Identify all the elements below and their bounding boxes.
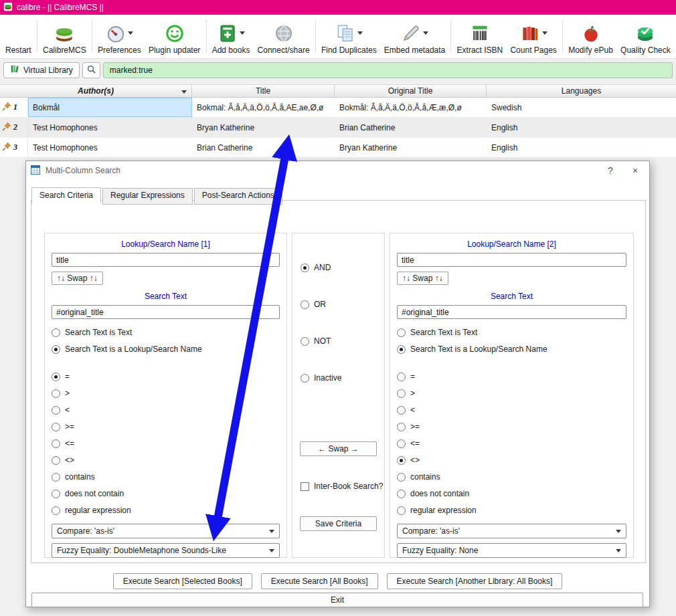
toolbar-button-modify-epub[interactable]: Modify ePub [566, 22, 616, 55]
toolbar-button-add-books[interactable]: Add books [209, 22, 253, 55]
radio-icon [397, 328, 406, 337]
table-row[interactable]: 3 Test Homophones Brian Catherine Bryan … [0, 138, 676, 158]
radio-op-contains-1[interactable]: contains [52, 472, 286, 482]
execute-search-all-button[interactable]: Execute Search [All Books] [261, 573, 378, 589]
radio-search-text-is-text-1[interactable]: Search Text is Text [52, 328, 286, 337]
chevron-down-icon[interactable] [240, 31, 245, 35]
radio-icon [52, 389, 60, 398]
dialog-title: Multi-Column Search [46, 166, 596, 175]
cell-languages[interactable]: English [487, 118, 676, 137]
toolbar-button-calibremcs[interactable]: CalibreMCS [40, 22, 89, 55]
tab-post-search-actions[interactable]: Post-Search Actions [194, 188, 282, 205]
swap-fields-button-2[interactable]: ↑↓ Swap ↑↓ [397, 272, 448, 285]
exit-button[interactable]: Exit [31, 593, 643, 607]
lookup-name-input-2[interactable] [397, 253, 626, 267]
inter-book-search-checkbox[interactable]: Inter-Book Search? [301, 482, 384, 491]
radio-logic-and[interactable]: AND [301, 263, 384, 272]
toolbar-button-preferences[interactable]: Preferences [95, 22, 144, 55]
cell-authors[interactable]: Test Homophones [28, 138, 192, 157]
radio-op-not-contain-1[interactable]: does not contain [52, 489, 286, 498]
chevron-down-icon[interactable] [423, 31, 428, 35]
save-criteria-button[interactable]: Save Criteria [300, 516, 377, 531]
cell-title[interactable]: Brian Catherine [192, 138, 335, 157]
lookup-name-input-1[interactable] [52, 253, 280, 267]
radio-op-gte-1[interactable]: >= [52, 422, 286, 431]
close-button[interactable]: × [625, 163, 645, 179]
cell-original-title[interactable]: Bokmål: Â,å,Ä,ä,Ö,ö,Å,å,Æ,æ,Ø,ø [335, 98, 487, 117]
radio-op-equals-1[interactable]: = [52, 372, 286, 381]
dialog-titlebar[interactable]: Multi-Column Search ? × [26, 161, 649, 180]
chevron-down-icon[interactable] [357, 31, 363, 35]
sort-caret-icon[interactable] [181, 90, 187, 94]
radio-op-gt-2[interactable]: > [397, 389, 633, 398]
radio-op-not-contain-2[interactable]: does not contain [397, 489, 633, 498]
radio-op-neq-2[interactable]: <> [397, 455, 633, 465]
compare-combo-1[interactable]: Compare: 'as-is' [52, 524, 280, 538]
search-text-input-1[interactable] [52, 305, 280, 319]
radio-icon [52, 490, 60, 498]
column-header-languages[interactable]: Languages [487, 85, 676, 97]
toolbar-button-count-pages[interactable]: Count Pages [507, 22, 559, 55]
virtual-library-button[interactable]: Virtual Library [3, 62, 80, 78]
cell-title[interactable]: Bokmal: Â,å,Ä,ä,Ö,ö,Å,å,AE,ae,Ø,ø [192, 98, 335, 117]
search-input[interactable]: marked:true [103, 62, 673, 78]
row-number: 3 [13, 142, 17, 152]
radio-op-lt-1[interactable]: < [52, 405, 286, 415]
column-header-authors[interactable]: Author(s) [0, 85, 192, 97]
toolbar-button-quality-check[interactable]: Quality Check [618, 22, 673, 55]
logic-group: AND OR NOT Inactive ← Swap → Inter-Book … [292, 233, 385, 558]
chevron-down-icon [269, 530, 274, 533]
radio-op-lte-2[interactable]: <= [397, 439, 633, 448]
toolbar-button-extract-isbn[interactable]: Extract ISBN [454, 22, 506, 55]
cell-original-title[interactable]: Bryan Katherine [335, 138, 487, 157]
fuzzy-equality-combo-2[interactable]: Fuzzy Equality: None [397, 543, 626, 558]
radio-op-lt-2[interactable]: < [397, 405, 633, 415]
swap-criteria-button[interactable]: ← Swap → [300, 441, 377, 456]
cell-languages[interactable]: Swedish [487, 98, 676, 117]
chevron-down-icon[interactable] [542, 31, 547, 35]
toolbar-button-embed-metadata[interactable]: Embed metadata [382, 22, 448, 55]
fuzzy-equality-combo-1[interactable]: Fuzzy Equality: DoubleMetaphone Sounds-L… [52, 543, 280, 558]
window-titlebar[interactable]: calibre - || CalibreMCS || [0, 0, 676, 15]
column-header-title[interactable]: Title [192, 85, 335, 97]
swap-fields-button-1[interactable]: ↑↓ Swap ↑↓ [52, 272, 103, 285]
radio-search-text-is-text-2[interactable]: Search Text is Text [397, 328, 633, 337]
cell-languages[interactable]: English [487, 138, 676, 157]
radio-op-gt-1[interactable]: > [52, 389, 286, 398]
chevron-down-icon[interactable] [128, 31, 133, 35]
help-button[interactable]: ? [600, 163, 620, 179]
radio-op-neq-1[interactable]: <> [52, 455, 286, 465]
radio-op-lte-1[interactable]: <= [52, 439, 286, 448]
radio-logic-not[interactable]: NOT [301, 336, 384, 346]
toolbar-button-restart[interactable]: Restart [3, 22, 34, 55]
toolbar-button-plugin-updater[interactable]: Plugin updater [146, 22, 203, 55]
tab-regular-expressions[interactable]: Regular Expressions [102, 188, 193, 205]
search-options-button[interactable] [82, 62, 100, 78]
radio-op-regex-2[interactable]: regular expression [397, 506, 633, 515]
radio-search-text-is-lookup-2[interactable]: Search Text is a Lookup/Search Name [397, 344, 633, 354]
radio-icon [397, 456, 406, 465]
table-row[interactable]: 1 Bokmål Bokmal: Â,å,Ä,ä,Ö,ö,Å,å,AE,ae,Ø… [0, 98, 676, 118]
radio-op-equals-2[interactable]: = [397, 372, 633, 381]
radio-logic-inactive[interactable]: Inactive [301, 373, 384, 383]
execute-search-another-library-button[interactable]: Execute Search [Another Library: All Boo… [387, 573, 563, 589]
radio-op-gte-2[interactable]: >= [397, 422, 633, 431]
search-criteria-panel: Lookup/Search Name [1] ↑↓ Swap ↑↓ Search… [31, 200, 646, 563]
compare-combo-2[interactable]: Compare: 'as-is' [397, 524, 626, 538]
cell-authors[interactable]: Bokmål [28, 98, 192, 117]
toolbar-button-find-duplicates[interactable]: Find Duplicates [319, 22, 379, 55]
table-row[interactable]: 2 Test Homophones Bryan Katherine Brian … [0, 118, 676, 138]
cell-title[interactable]: Bryan Katherine [192, 118, 335, 137]
execute-search-selected-button[interactable]: Execute Search [Selected Books] [113, 573, 252, 589]
cell-authors[interactable]: Test Homophones [28, 118, 192, 137]
radio-icon [397, 389, 406, 398]
radio-search-text-is-lookup-1[interactable]: Search Text is a Lookup/Search Name [52, 344, 286, 354]
tab-search-criteria[interactable]: Search Criteria [31, 187, 101, 204]
column-header-original-title[interactable]: Original Title [335, 85, 487, 97]
radio-op-contains-2[interactable]: contains [397, 472, 633, 482]
radio-logic-or[interactable]: OR [301, 300, 384, 309]
radio-op-regex-1[interactable]: regular expression [52, 506, 286, 515]
toolbar-button-connect-share[interactable]: Connect/share [255, 22, 313, 55]
search-text-input-2[interactable] [397, 305, 626, 319]
cell-original-title[interactable]: Brian Catherine [335, 118, 487, 137]
